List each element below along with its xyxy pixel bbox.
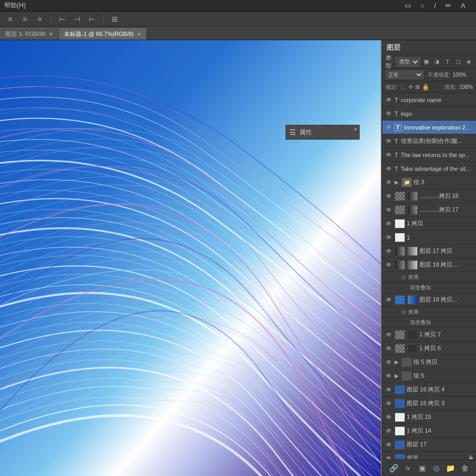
layer-item-1copy14[interactable]: 👁 1 拷贝 14 — [382, 424, 476, 438]
layer-item-layer16copy3[interactable]: 👁 图层 16 拷贝 3 — [382, 397, 476, 410]
layer-name-group3: 组 3 — [414, 178, 474, 186]
layer-eye-1copy[interactable]: 👁 — [385, 219, 393, 228]
align-center-icon[interactable]: ≡ — [19, 13, 31, 25]
adjustment-layer-button[interactable]: ◎ — [431, 462, 442, 474]
layer-eye-group5copy[interactable]: 👁 — [385, 358, 393, 367]
layer-name-group5: 组 5 — [414, 372, 474, 380]
layer-thumb2-1copy7 — [407, 330, 418, 340]
add-effect-button[interactable]: fx — [402, 462, 414, 474]
layer-item-layer17[interactable]: 👁 图层 17 — [382, 438, 476, 452]
properties-popup-close[interactable]: × — [354, 126, 357, 132]
layer-item-1[interactable]: 👁 1 — [382, 231, 476, 244]
layer-item-corporate-name[interactable]: 👁 T corporate name — [382, 93, 476, 107]
tab-0[interactable]: 图层 3, RGB/8# ✕ — [0, 28, 59, 40]
lock-bar: 锁定: ⬚ ✛ ⊞ 🔒 填充: 100% — [382, 81, 476, 93]
filter-type-select[interactable]: 类型 — [396, 57, 420, 67]
layer-eye-layer18copy[interactable]: 👁 — [385, 261, 393, 269]
properties-popup[interactable]: ☰ 属性 × — [286, 125, 360, 140]
layer-expand-group5copy[interactable]: ▶ — [395, 359, 399, 365]
layer-item-1copy15[interactable]: 👁 1 拷贝 15 — [382, 410, 476, 424]
layer-eye-take[interactable]: 👁 — [385, 164, 393, 173]
layer-eye-1[interactable]: 👁 — [385, 233, 393, 242]
window-controls[interactable]: ▭ ○ / ✏ A — [405, 2, 472, 10]
list-icon[interactable]: ⊢ — [86, 13, 98, 25]
layer-eye-innovative[interactable]: 👁 — [385, 123, 393, 132]
add-mask-button[interactable]: ▣ — [416, 462, 428, 474]
canvas-area[interactable]: ☰ 属性 × — [0, 40, 382, 476]
lock-all-icon[interactable]: 🔒 — [422, 84, 429, 90]
layer-item-layer16copy4[interactable]: 👁 图层 16 拷贝 4 — [382, 383, 476, 397]
layer-item-1copy6[interactable]: 👁 1 拷贝 6 — [382, 342, 476, 355]
blend-mode-select[interactable]: 正常 — [386, 70, 424, 79]
layer-eye-1copy6[interactable]: 👁 — [385, 344, 393, 353]
layer-eye-layer17copy[interactable]: 👁 — [385, 247, 393, 255]
layer-eye-logo[interactable]: 👁 — [385, 109, 393, 118]
main-area: ☰ 属性 × 图层 类型 类型 ▣ ◑ T ◻ ◈ 正常 — [0, 40, 476, 476]
align-left-icon[interactable]: ≡ — [4, 13, 16, 25]
layer-thumb2-layer17copy — [407, 246, 418, 256]
layer-expand-group3[interactable]: ▶ — [395, 179, 399, 185]
layer-eye-group5[interactable]: 👁 — [385, 372, 393, 380]
layer-name-layer18copy: 图层 18 拷贝... — [419, 261, 474, 269]
layer-eye-1copy15[interactable]: 👁 — [385, 413, 393, 422]
gradient-name-2: 渐变叠加 — [410, 319, 431, 326]
layer-name-1copy: 1 拷贝 — [407, 219, 474, 227]
layer-eye-copy17[interactable]: 👁 — [385, 206, 393, 214]
layer-item-group3[interactable]: 👁 ▶ 📁 组 3 — [382, 176, 476, 189]
window-text-icon[interactable]: A — [461, 2, 465, 10]
layer-eye-layer16copy4[interactable]: 👁 — [385, 386, 393, 394]
layer-eye-1copy14[interactable]: 👁 — [385, 427, 393, 435]
new-group-button[interactable]: 📁 — [445, 462, 456, 474]
lock-move-icon[interactable]: ✛ — [408, 84, 413, 90]
layer-eye-xinyu[interactable]: 👁 — [385, 137, 393, 145]
layer-item-group5copy[interactable]: 👁 ▶ 组 5 拷贝 — [382, 355, 476, 369]
layer-name-take: Take advantage of the sit... — [401, 166, 474, 172]
window-slash-icon[interactable]: / — [434, 2, 436, 10]
layer-item-layer18copy2[interactable]: 👁 图层 18 拷贝... — [382, 293, 476, 307]
layer-item-xinyu[interactable]: 👁 T 信誉品质|创新|合作|服... — [382, 134, 476, 148]
layer-item-1copy[interactable]: 👁 1 拷贝 — [382, 217, 476, 231]
lock-checkerboard-icon[interactable]: ⬚ — [401, 84, 406, 90]
layer-item-innovative[interactable]: 👁 T Innovative exploration 2... — [382, 121, 476, 134]
indent-left-icon[interactable]: ⊢ — [57, 13, 68, 25]
layer-item-copy17[interactable]: 👁 ............拷贝 17 — [382, 203, 476, 217]
layer-item-logo[interactable]: 👁 T logo — [382, 107, 476, 121]
indent-right-icon[interactable]: ⊣ — [71, 13, 83, 25]
layer-expand-group5[interactable]: ▶ — [395, 373, 399, 379]
align-right-icon[interactable]: ≡ — [34, 13, 45, 25]
layer-eye-layer16copy3[interactable]: 👁 — [385, 399, 393, 408]
lock-artboard-icon[interactable]: ⊞ — [415, 84, 420, 90]
layer-item-layer17copy[interactable]: 👁 图层 17 拷贝 — [382, 244, 476, 258]
layer-eye-corporate-name[interactable]: 👁 — [385, 96, 393, 104]
layer-item-background[interactable]: 👁 背景 🔒 — [382, 452, 476, 459]
layer-item-law[interactable]: 👁 T The law returns to the sp... — [382, 148, 476, 162]
filter-smart-icon[interactable]: ◈ — [464, 58, 473, 66]
window-circle-icon[interactable]: ○ — [420, 2, 425, 10]
tab-1[interactable]: 未标题-1 @ 66.7%(RGB/8) ✕ — [59, 28, 147, 40]
layer-eye-layer18copy2[interactable]: 👁 — [385, 296, 393, 304]
tab-0-close[interactable]: ✕ — [49, 31, 53, 37]
layer-item-copy18[interactable]: 👁 ............拷贝 18 — [382, 189, 476, 203]
layer-eye-layer17[interactable]: 👁 — [385, 441, 393, 449]
layer-eye-1copy7[interactable]: 👁 — [385, 331, 393, 339]
tab-1-close[interactable]: ✕ — [137, 31, 141, 37]
help-menu[interactable]: 帮助(H) — [4, 1, 26, 10]
filter-adjustment-icon[interactable]: ◑ — [433, 58, 441, 66]
link-layers-button[interactable]: 🔗 — [388, 462, 399, 474]
layer-item-layer18copy[interactable]: 👁 图层 18 拷贝... — [382, 258, 476, 272]
filter-shape-icon[interactable]: ◻ — [454, 58, 462, 66]
layer-eye-background[interactable]: 👁 — [385, 454, 393, 460]
layer-item-take[interactable]: 👁 T Take advantage of the sit... — [382, 162, 476, 176]
layer-item-group5[interactable]: 👁 ▶ 组 5 — [382, 369, 476, 383]
filter-text-icon[interactable]: T — [443, 58, 452, 66]
window-restore-icon[interactable]: ▭ — [405, 2, 411, 10]
layer-eye-copy18[interactable]: 👁 — [385, 192, 393, 200]
layer-eye-law[interactable]: 👁 — [385, 151, 393, 159]
grid-icon[interactable]: ⊞ — [109, 13, 121, 25]
delete-layer-button[interactable]: 🗑 — [459, 462, 471, 474]
filter-pixel-icon[interactable]: ▣ — [422, 58, 431, 66]
layer-item-1copy7[interactable]: 👁 1 拷贝 7 — [382, 328, 476, 342]
window-pen-icon[interactable]: ✏ — [445, 2, 451, 10]
layer-eye-group3[interactable]: 👁 — [385, 178, 393, 187]
opacity-label: 不透明度: — [428, 71, 451, 79]
